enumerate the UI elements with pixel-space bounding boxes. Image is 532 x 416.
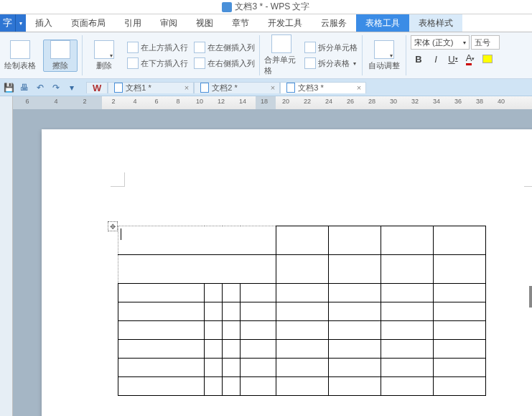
close-icon[interactable]: × <box>271 83 275 92</box>
table-cell[interactable] <box>118 226 276 255</box>
table-cell[interactable] <box>276 255 329 284</box>
qat-undo-icon[interactable]: ↶ <box>34 82 46 93</box>
qat-redo-icon[interactable]: ↷ <box>50 82 62 93</box>
table-cell[interactable] <box>223 377 241 396</box>
qat-more-icon[interactable]: ▾ <box>66 82 78 93</box>
close-icon[interactable]: × <box>185 83 189 92</box>
table-cell[interactable] <box>434 377 486 396</box>
table-cell[interactable] <box>329 284 381 302</box>
font-color-button[interactable]: A▾ <box>462 51 478 67</box>
table-cell[interactable] <box>434 255 486 284</box>
table-cell[interactable] <box>205 340 223 359</box>
table-cell[interactable] <box>223 302 241 321</box>
menu-table-tools[interactable]: 表格工具 <box>356 14 409 32</box>
table-cell[interactable] <box>329 321 381 340</box>
insert-row-above-button[interactable]: 在上方插入行 <box>127 40 188 55</box>
document-canvas[interactable]: ✥ ▸ <box>13 109 532 416</box>
menu-cloud[interactable]: 云服务 <box>312 14 356 32</box>
menu-page-layout[interactable]: 页面布局 <box>62 14 115 32</box>
table-cell[interactable] <box>381 284 434 302</box>
table-cell[interactable] <box>241 321 276 340</box>
table-cell[interactable] <box>241 377 276 396</box>
insert-col-left-button[interactable]: 在左侧插入列 <box>194 40 255 55</box>
split-table-button[interactable]: 拆分表格▾ <box>304 56 358 70</box>
menu-table-style[interactable]: 表格样式 <box>409 14 462 32</box>
table-cell[interactable] <box>276 377 329 396</box>
table-cell[interactable] <box>205 377 223 396</box>
table-cell[interactable] <box>276 359 329 377</box>
menu-references[interactable]: 引用 <box>115 14 151 32</box>
tab-doc1[interactable]: 文档1 *× <box>108 82 194 93</box>
app-menu-button[interactable]: 字 <box>0 14 16 32</box>
insert-row-below-button[interactable]: 在下方插入行 <box>127 56 188 70</box>
menu-insert[interactable]: 插入 <box>26 14 62 32</box>
table-cell[interactable] <box>205 284 223 302</box>
table-cell[interactable] <box>381 359 434 377</box>
underline-button[interactable]: U▾ <box>445 51 461 67</box>
table-cell[interactable] <box>329 255 381 284</box>
table-cell[interactable] <box>241 359 276 377</box>
table-cell[interactable] <box>329 359 381 377</box>
table-cell[interactable] <box>276 321 329 340</box>
table-cell[interactable] <box>329 340 381 359</box>
table-cell[interactable] <box>276 340 329 359</box>
tab-doc2[interactable]: 文档2 *× <box>194 82 280 93</box>
table-move-handle[interactable]: ✥ <box>108 221 118 231</box>
font-name-select[interactable]: 宋体 (正文)▾ <box>411 35 470 50</box>
auto-fit-button[interactable]: ▾ 自动调整 <box>367 40 401 71</box>
table-cell[interactable] <box>223 284 241 302</box>
split-cells-button[interactable]: 拆分单元格 <box>304 40 358 55</box>
table-cell[interactable] <box>434 284 486 302</box>
highlight-button[interactable] <box>480 51 495 67</box>
bold-button[interactable]: B <box>411 51 426 67</box>
table-cell[interactable] <box>434 302 486 321</box>
menu-chapter[interactable]: 章节 <box>223 14 258 32</box>
table-cell[interactable] <box>118 284 205 302</box>
menu-dev-tools[interactable]: 开发工具 <box>258 14 312 32</box>
table-cell[interactable] <box>118 359 205 377</box>
table-cell[interactable] <box>434 340 486 359</box>
table-cell[interactable] <box>381 321 434 340</box>
table-cell[interactable] <box>434 321 486 340</box>
table-cell[interactable] <box>381 226 434 255</box>
qat-save-icon[interactable]: 💾 <box>3 82 14 93</box>
table-cell[interactable] <box>205 321 223 340</box>
table-cell[interactable] <box>434 226 486 255</box>
qat-print-icon[interactable]: 🖶 <box>19 82 30 93</box>
table-cell[interactable] <box>241 284 276 302</box>
table-cell[interactable] <box>223 340 241 359</box>
table-cell[interactable] <box>118 340 205 359</box>
delete-button[interactable]: ▾ 删除 <box>87 40 121 71</box>
table-cell[interactable] <box>276 284 329 302</box>
document-table[interactable] <box>118 226 486 396</box>
close-icon[interactable]: × <box>357 83 361 92</box>
tab-doc3[interactable]: 文档3 *× <box>280 82 366 93</box>
table-cell[interactable] <box>381 340 434 359</box>
table-cell[interactable] <box>118 302 205 321</box>
table-cell[interactable] <box>223 321 241 340</box>
table-cell[interactable] <box>118 255 276 284</box>
insert-col-right-button[interactable]: 在右侧插入列 <box>194 56 255 70</box>
erase-button[interactable]: 擦除 <box>43 40 78 72</box>
add-column-handle[interactable]: ▸ <box>529 286 532 308</box>
draw-table-button[interactable]: 绘制表格 <box>3 40 37 71</box>
table-cell[interactable] <box>241 340 276 359</box>
table-cell[interactable] <box>223 359 241 377</box>
table-cell[interactable] <box>329 226 381 255</box>
table-cell[interactable] <box>118 377 205 396</box>
menu-review[interactable]: 审阅 <box>151 14 187 32</box>
table-cell[interactable] <box>205 302 223 321</box>
table-cell[interactable] <box>276 302 329 321</box>
table-cell[interactable] <box>381 302 434 321</box>
font-size-select[interactable]: 五号 <box>471 35 500 50</box>
horizontal-ruler[interactable]: 6422468101214182022242628303234363840 <box>13 96 532 109</box>
table-cell[interactable] <box>434 359 486 377</box>
italic-button[interactable]: I <box>428 51 444 67</box>
table-cell[interactable] <box>381 377 434 396</box>
table-cell[interactable] <box>329 377 381 396</box>
table-cell[interactable] <box>118 321 205 340</box>
table-cell[interactable] <box>381 255 434 284</box>
table-cell[interactable] <box>241 302 276 321</box>
vertical-ruler[interactable] <box>0 109 13 416</box>
table-cell[interactable] <box>276 226 329 255</box>
